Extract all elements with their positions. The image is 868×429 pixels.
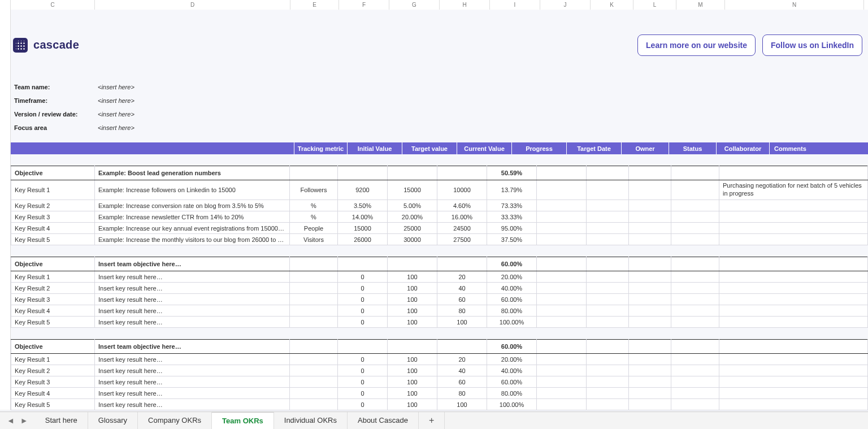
- select-all-corner[interactable]: [0, 0, 11, 10]
- kr-status[interactable]: [629, 365, 671, 376]
- kr-desc[interactable]: Insert key result here…: [95, 271, 290, 283]
- kr-status[interactable]: [629, 305, 671, 317]
- kr-date[interactable]: [537, 283, 587, 294]
- kr-status[interactable]: [629, 271, 671, 283]
- key-result-row[interactable]: Key Result 4Insert key result here…01008…: [11, 305, 868, 317]
- kr-target[interactable]: 15000: [388, 180, 437, 200]
- key-result-row[interactable]: Key Result 5Example: Increase the monthl…: [11, 234, 868, 245]
- kr-status[interactable]: [629, 200, 671, 211]
- tab-prev-icon[interactable]: ◄: [5, 415, 17, 426]
- kr-metric[interactable]: %: [290, 200, 338, 211]
- kr-current[interactable]: 80: [437, 305, 487, 317]
- kr-initial[interactable]: 14.00%: [338, 211, 388, 223]
- kr-desc[interactable]: Insert key result here…: [95, 388, 290, 399]
- key-result-row[interactable]: Key Result 5Insert key result here…01001…: [11, 317, 868, 328]
- kr-comments[interactable]: [719, 399, 868, 410]
- col-head[interactable]: C: [11, 0, 95, 10]
- kr-status[interactable]: [629, 234, 671, 245]
- kr-owner[interactable]: [587, 283, 629, 294]
- kr-date[interactable]: [537, 388, 587, 399]
- kr-collab[interactable]: [671, 376, 719, 388]
- kr-status[interactable]: [629, 294, 671, 305]
- kr-initial[interactable]: 0: [338, 388, 388, 399]
- col-head[interactable]: G: [389, 0, 440, 10]
- col-head[interactable]: I: [490, 0, 540, 10]
- key-result-row[interactable]: Key Result 2Insert key result here…01004…: [11, 283, 868, 294]
- kr-collab[interactable]: [671, 365, 719, 376]
- kr-metric[interactable]: [290, 388, 338, 399]
- kr-target[interactable]: 100: [388, 399, 437, 410]
- key-result-row[interactable]: Key Result 5Insert key result here…01001…: [11, 399, 868, 410]
- kr-initial[interactable]: 0: [338, 317, 388, 328]
- col-head[interactable]: H: [440, 0, 490, 10]
- objective-text[interactable]: Example: Boost lead generation numbers: [95, 166, 290, 180]
- objective-text[interactable]: Insert team objective here…: [95, 340, 290, 354]
- kr-target[interactable]: 100: [388, 376, 437, 388]
- objective-text[interactable]: Insert team objective here…: [95, 257, 290, 271]
- kr-target[interactable]: 100: [388, 271, 437, 283]
- kr-metric[interactable]: [290, 294, 338, 305]
- kr-date[interactable]: [537, 200, 587, 211]
- kr-status[interactable]: [629, 180, 671, 200]
- kr-current[interactable]: 4.60%: [437, 200, 487, 211]
- kr-target[interactable]: 5.00%: [388, 200, 437, 211]
- kr-owner[interactable]: [587, 376, 629, 388]
- kr-current[interactable]: 40: [437, 283, 487, 294]
- kr-metric[interactable]: Visitors: [290, 234, 338, 245]
- kr-collab[interactable]: [671, 234, 719, 245]
- kr-owner[interactable]: [587, 388, 629, 399]
- kr-current[interactable]: 20: [437, 271, 487, 283]
- kr-current[interactable]: 20: [437, 354, 487, 365]
- kr-target[interactable]: 100: [388, 388, 437, 399]
- kr-status[interactable]: [629, 376, 671, 388]
- kr-desc[interactable]: Insert key result here…: [95, 283, 290, 294]
- kr-current[interactable]: 60: [437, 376, 487, 388]
- col-head[interactable]: D: [95, 0, 290, 10]
- kr-metric[interactable]: Followers: [290, 180, 338, 200]
- kr-initial[interactable]: 15000: [338, 223, 388, 234]
- kr-target[interactable]: 100: [388, 283, 437, 294]
- kr-collab[interactable]: [671, 271, 719, 283]
- kr-owner[interactable]: [587, 317, 629, 328]
- kr-owner[interactable]: [587, 294, 629, 305]
- kr-date[interactable]: [537, 354, 587, 365]
- kr-metric[interactable]: %: [290, 211, 338, 223]
- kr-metric[interactable]: People: [290, 223, 338, 234]
- kr-collab[interactable]: [671, 305, 719, 317]
- kr-collab[interactable]: [671, 211, 719, 223]
- key-result-row[interactable]: Key Result 4Example: Increase our key an…: [11, 223, 868, 234]
- kr-collab[interactable]: [671, 223, 719, 234]
- kr-target[interactable]: 20.00%: [388, 211, 437, 223]
- add-sheet-button[interactable]: +: [419, 412, 445, 429]
- key-result-row[interactable]: Key Result 1Example: Increase followers …: [11, 180, 868, 200]
- meta-value-team[interactable]: <insert here>: [98, 84, 134, 90]
- kr-desc[interactable]: Example: Increase newsletter CTR from 14…: [95, 211, 290, 223]
- kr-target[interactable]: 100: [388, 294, 437, 305]
- kr-date[interactable]: [537, 399, 587, 410]
- meta-value-focus[interactable]: <insert here>: [98, 124, 134, 131]
- kr-initial[interactable]: 0: [338, 376, 388, 388]
- kr-date[interactable]: [537, 294, 587, 305]
- kr-desc[interactable]: Example: Increase the monthly visitors t…: [95, 234, 290, 245]
- kr-date[interactable]: [537, 211, 587, 223]
- kr-date[interactable]: [537, 271, 587, 283]
- kr-comments[interactable]: [719, 317, 868, 328]
- kr-collab[interactable]: [671, 283, 719, 294]
- kr-comments[interactable]: [719, 200, 868, 211]
- kr-desc[interactable]: Insert key result here…: [95, 399, 290, 410]
- kr-desc[interactable]: Insert key result here…: [95, 317, 290, 328]
- sheet-tab[interactable]: Start here: [35, 412, 88, 429]
- kr-date[interactable]: [537, 223, 587, 234]
- row-gutter[interactable]: [0, 10, 11, 410]
- kr-owner[interactable]: [587, 234, 629, 245]
- kr-desc[interactable]: Insert key result here…: [95, 376, 290, 388]
- col-head[interactable]: N: [725, 0, 864, 10]
- kr-desc[interactable]: Example: Increase followers on Linkedin …: [95, 180, 290, 200]
- kr-initial[interactable]: 3.50%: [338, 200, 388, 211]
- kr-current[interactable]: 100: [437, 317, 487, 328]
- col-head[interactable]: F: [339, 0, 389, 10]
- kr-collab[interactable]: [671, 354, 719, 365]
- kr-current[interactable]: 16.00%: [437, 211, 487, 223]
- kr-desc[interactable]: Example: Increase our key annual event r…: [95, 223, 290, 234]
- kr-comments[interactable]: [719, 234, 868, 245]
